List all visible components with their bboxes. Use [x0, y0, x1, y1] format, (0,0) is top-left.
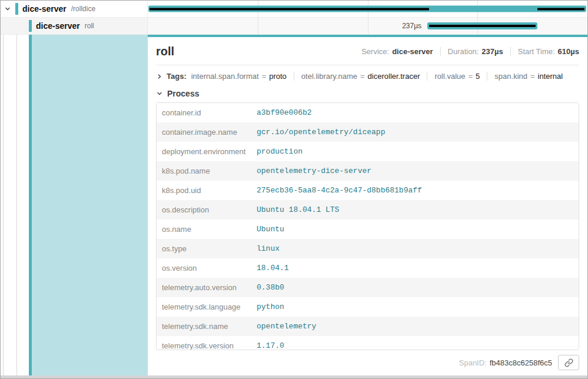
tag-key: otel.library.name: [301, 72, 357, 81]
span-name-cell-roll[interactable]: dice-server roll: [1, 18, 148, 34]
kv-value: python: [257, 302, 579, 311]
process-accordion-header[interactable]: Process: [156, 85, 579, 102]
start-time-label: Start Time:: [518, 47, 555, 56]
start-time-value: 610µs: [558, 47, 579, 56]
tag-value: 5: [476, 72, 480, 81]
kv-key: telemetry.auto.version: [157, 283, 257, 292]
kv-key: telemetry.sdk.name: [157, 322, 257, 331]
tag-value: internal: [538, 72, 563, 81]
table-row: k8s.pod.name opentelemetry-dice-server: [157, 161, 579, 181]
service-label: Service:: [361, 47, 389, 56]
tag-equals: =: [360, 72, 365, 81]
kv-value: Ubuntu: [257, 225, 579, 234]
table-row: telemetry.sdk.name opentelemetry: [157, 317, 579, 336]
tag-key: internal.span.format: [191, 72, 259, 81]
kv-key: telemetry.sdk.version: [157, 341, 257, 350]
span-overview: Service: dice-server Duration: 237µs Sta…: [361, 47, 579, 56]
timeline-cell-roll: 237µs: [148, 18, 587, 34]
spanid-label: SpanID:: [459, 358, 487, 367]
span-bar-roll[interactable]: [427, 22, 537, 29]
deep-link-button[interactable]: [558, 355, 579, 370]
chevron-down-icon[interactable]: [4, 5, 11, 12]
table-row: container.image.name gcr.io/opentelemetr…: [157, 122, 579, 142]
table-row: k8s.pod.uid 275ecb36-5aa8-4c2a-9c47-d8bb…: [157, 181, 579, 200]
kv-value: 1.17.0: [257, 341, 579, 350]
kv-key: telemetry.sdk.language: [157, 302, 257, 311]
timeline-header: dice-server /rolldice dice-server roll: [1, 1, 587, 35]
tag-equals: =: [530, 72, 535, 81]
critical-path-segment: [150, 8, 429, 10]
timeline-cell-rolldice: [148, 1, 587, 17]
process-key-value-table: container.id a3bf90e006b2 container.imag…: [156, 102, 579, 350]
indent-guide: [16, 35, 17, 375]
span-detail-header: roll Service: dice-server Duration: 237µ…: [156, 37, 579, 65]
kv-key: k8s.pod.uid: [157, 186, 257, 195]
span-detail-indent: [1, 35, 148, 375]
span-operation-title: roll: [156, 45, 174, 58]
kv-key: k8s.pod.name: [157, 167, 257, 175]
kv-value: opentelemetry-dice-server: [257, 167, 579, 175]
kv-key: deployment.environment: [157, 147, 257, 156]
duration-label: Duration:: [448, 47, 479, 56]
chevron-right-icon: [156, 73, 163, 80]
span-name-cell-rolldice[interactable]: dice-server /rolldice: [1, 1, 148, 17]
service-name: dice-server: [36, 21, 80, 31]
tag-value: proto: [269, 72, 287, 81]
span-detail-panel: roll Service: dice-server Duration: 237µ…: [148, 35, 587, 375]
kv-value: Ubuntu 18.04.1 LTS: [257, 205, 579, 214]
table-row: deployment.environment production: [157, 142, 579, 161]
kv-key: os.version: [157, 264, 257, 272]
duration-value: 237µs: [481, 47, 503, 56]
tag-equals: =: [469, 72, 473, 81]
table-row: os.description Ubuntu 18.04.1 LTS: [157, 200, 579, 220]
tag-key: span.kind: [494, 72, 527, 81]
divider: [427, 72, 427, 81]
kv-key: os.description: [157, 205, 257, 214]
indent-guide: [3, 35, 4, 375]
tags-label: Tags:: [167, 72, 187, 81]
kv-key: container.image.name: [157, 128, 257, 137]
table-row: telemetry.auto.version 0.38b0: [157, 278, 579, 297]
critical-path-segment: [429, 25, 536, 27]
service-value: dice-server: [392, 47, 433, 56]
table-row: os.name Ubuntu: [157, 220, 579, 239]
operation-name: /rolldice: [71, 5, 95, 13]
process-label: Process: [167, 89, 199, 98]
span-duration-label: 237µs: [148, 22, 421, 30]
table-row: os.type linux: [157, 239, 579, 258]
jaeger-trace-detail-view: dice-server /rolldice dice-server roll: [0, 0, 588, 379]
spanid-value: fb483c8c6258f6c5: [490, 358, 552, 367]
span-detail-row: roll Service: dice-server Duration: 237µ…: [1, 35, 587, 375]
bottom-divider: [1, 375, 587, 378]
tag-equals: =: [262, 72, 267, 81]
span-bar-rolldice[interactable]: [148, 6, 586, 12]
table-row: telemetry.sdk.language python: [157, 297, 579, 317]
operation-name: roll: [85, 22, 94, 30]
table-row: container.id a3bf90e006b2: [157, 103, 579, 122]
divider: [510, 47, 511, 56]
span-detail-collapse-accent[interactable]: [32, 35, 148, 375]
span-detail-footer: SpanID: fb483c8c6258f6c5: [156, 350, 579, 375]
span-row-rolldice[interactable]: dice-server /rolldice: [1, 1, 587, 18]
kv-value: a3bf90e006b2: [257, 108, 579, 117]
kv-value: 275ecb36-5aa8-4c2a-9c47-d8bb681b9aff: [257, 186, 579, 195]
divider: [487, 72, 487, 81]
kv-key: os.name: [157, 225, 257, 234]
tag-key: roll.value: [434, 72, 465, 81]
tag-value: diceroller.tracer: [368, 72, 420, 81]
kv-value: production: [257, 147, 579, 156]
table-row: telemetry.sdk.version 1.17.0: [157, 336, 579, 350]
kv-value: 18.04.1: [257, 264, 579, 272]
kv-value: opentelemetry: [257, 322, 579, 331]
span-row-roll[interactable]: dice-server roll 237µs: [1, 18, 587, 35]
divider: [294, 72, 294, 81]
service-color-stripe: [29, 20, 32, 32]
tags-accordion-header[interactable]: Tags: internal.span.format = proto otel.…: [156, 65, 579, 85]
critical-path-segment: [537, 8, 584, 10]
link-icon: [564, 358, 573, 367]
kv-value: 0.38b0: [257, 283, 579, 292]
kv-value: gcr.io/opentelemetry/diceapp: [257, 128, 579, 137]
table-row: os.version 18.04.1: [157, 258, 579, 278]
divider: [440, 47, 441, 56]
chevron-down-icon: [156, 90, 163, 97]
